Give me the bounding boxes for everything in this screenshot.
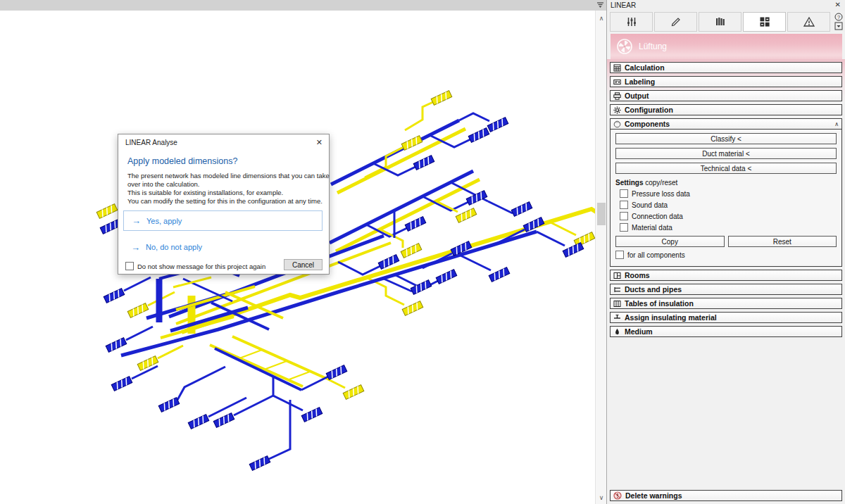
body-line: This is suitable for existing installati…: [127, 189, 330, 197]
checkbox[interactable]: [125, 262, 134, 270]
dialog-heading: Apply modeled dimensions?: [127, 156, 237, 166]
section-label: Medium: [625, 327, 653, 336]
splitter-menu-icon[interactable]: [596, 1, 604, 9]
checkbox[interactable]: [615, 251, 624, 259]
modules-grid-icon: [759, 16, 770, 27]
duct-material-button[interactable]: Duct material <: [615, 148, 837, 159]
all-components-checkbox-row[interactable]: for all components: [615, 251, 837, 259]
body-line: You can modify the setting for this in t…: [127, 197, 330, 206]
section-medium[interactable]: Medium: [610, 326, 842, 337]
panel-close-icon[interactable]: ✕: [835, 1, 841, 8]
classify-button[interactable]: Classify <: [615, 133, 837, 144]
section-rooms[interactable]: Rooms: [610, 270, 842, 281]
command-link-label: No, do not apply: [146, 243, 202, 251]
section-label: Assign insulating material: [625, 313, 717, 322]
no-do-not-apply-command-link[interactable]: → No, do not apply: [123, 238, 323, 256]
checkbox-label: Pressure loss data: [632, 190, 690, 198]
connection-data-checkbox-row[interactable]: Connection data: [620, 212, 837, 220]
section-tables-of-insulation[interactable]: Tables of insulation: [610, 298, 842, 309]
section-label: Rooms: [625, 271, 650, 279]
tab-edit[interactable]: [654, 12, 697, 32]
components-content: Classify < Duct material < Technical dat…: [611, 130, 841, 266]
linear-analyse-dialog: LINEAR Analyse ✕ Apply modeled dimension…: [118, 134, 330, 275]
pressure-loss-checkbox-row[interactable]: Pressure loss data: [620, 189, 837, 198]
trade-header: Lüftung: [611, 34, 842, 59]
rooms-icon: [613, 272, 621, 279]
body-line: over into the calculation.: [127, 180, 330, 189]
scrollbar-thumb[interactable]: [597, 203, 606, 225]
scroll-down-icon[interactable]: ∨: [596, 493, 607, 503]
application-window: ∧ ∨ LINEAR ✕ ?: [0, 0, 845, 504]
checkbox-label: Do not show message for this project aga…: [137, 263, 265, 270]
reset-button[interactable]: Reset: [728, 236, 837, 247]
panel-tabstrip: [607, 11, 845, 32]
medium-droplet-icon: [613, 328, 621, 336]
section-ducts-and-pipes[interactable]: Ducts and pipes: [610, 284, 842, 295]
copy-button[interactable]: Copy: [615, 236, 725, 247]
delete-warnings-button[interactable]: Delete warnings: [610, 490, 842, 501]
section-label: Configuration: [625, 106, 673, 114]
body-line: The present network has modeled line dim…: [127, 172, 330, 180]
checkbox[interactable]: [620, 189, 628, 198]
section-calculation[interactable]: Calculation: [610, 62, 842, 73]
pencil-icon: [670, 16, 682, 27]
settings-copy-reset-label: Settings copy/reset: [615, 179, 837, 187]
canvas-top-bar: [0, 0, 607, 11]
help-icon[interactable]: ?: [833, 12, 844, 21]
panel-body: Calculation Labeling Output Configuratio…: [607, 59, 845, 504]
section-label: Tables of insulation: [625, 299, 694, 308]
material-data-checkbox-row[interactable]: Material data: [620, 223, 837, 232]
cancel-button[interactable]: Cancel: [284, 259, 323, 270]
scroll-up-icon[interactable]: ∧: [596, 13, 607, 23]
components-group: Components ∧ Classify < Duct material < …: [610, 118, 842, 267]
arrow-icon: →: [131, 242, 140, 253]
checkbox[interactable]: [620, 212, 628, 220]
command-link-label: Yes, apply: [146, 217, 182, 225]
gear-icon: [613, 106, 621, 114]
checkbox-label: Connection data: [632, 213, 683, 220]
checkbox[interactable]: [620, 201, 628, 209]
section-output[interactable]: Output: [610, 90, 842, 101]
checkbox-label: Material data: [632, 224, 672, 232]
trade-title: Lüftung: [639, 42, 667, 51]
panel-menu-icon[interactable]: [833, 21, 844, 30]
tab-library[interactable]: [699, 12, 741, 32]
dialog-body: The present network has modeled line dim…: [127, 172, 330, 206]
sound-data-checkbox-row[interactable]: Sound data: [620, 201, 837, 209]
tab-components[interactable]: [743, 12, 786, 32]
section-configuration[interactable]: Configuration: [610, 104, 842, 115]
label-icon: [613, 78, 621, 86]
warning-triangle-icon: [803, 16, 815, 27]
tab-warnings[interactable]: [787, 12, 830, 32]
checkbox-label: for all components: [627, 251, 685, 259]
insulation-table-icon: [613, 300, 621, 308]
canvas-scrollbar[interactable]: ∧ ∨: [595, 11, 607, 504]
section-label: Ducts and pipes: [625, 285, 682, 294]
calculator-icon: [613, 64, 621, 72]
section-label: Output: [625, 92, 649, 100]
arrow-icon: →: [132, 215, 141, 226]
yes-apply-command-link[interactable]: → Yes, apply: [123, 210, 323, 231]
assign-insulation-icon: [613, 314, 621, 322]
section-assign-insulating-material[interactable]: Assign insulating material: [610, 312, 842, 323]
panel-help-column: ?: [833, 12, 844, 30]
printer-icon: [613, 92, 621, 100]
dialog-title: LINEAR Analyse: [125, 139, 177, 146]
dialog-close-icon[interactable]: ✕: [316, 138, 323, 147]
section-labeling[interactable]: Labeling: [610, 76, 842, 87]
do-not-show-again-checkbox-row[interactable]: Do not show message for this project aga…: [125, 262, 265, 270]
collapse-icon[interactable]: ∧: [834, 121, 839, 127]
sliders-icon: [626, 16, 637, 27]
tab-network-settings[interactable]: [610, 12, 653, 32]
checkbox[interactable]: [620, 223, 628, 232]
section-components[interactable]: Components ∧: [611, 119, 841, 130]
section-label: Labeling: [625, 77, 655, 86]
technical-data-button[interactable]: Technical data <: [615, 163, 837, 174]
panel-titlebar: LINEAR ✕: [607, 0, 845, 11]
button-label: Delete warnings: [625, 491, 682, 500]
svg-text:?: ?: [837, 13, 840, 20]
library-icon: [715, 16, 726, 27]
section-label: Calculation: [625, 63, 665, 72]
section-label: Components: [625, 120, 670, 128]
duct-icon: [613, 286, 621, 294]
